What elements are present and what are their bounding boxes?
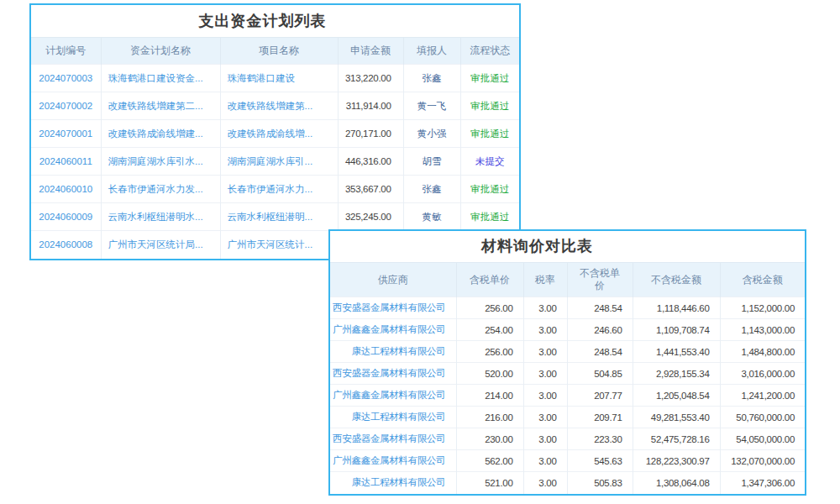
untaxed-price-cell: 246.60 xyxy=(567,319,633,341)
column-header-status: 流程状态 xyxy=(460,38,519,65)
expense-header-row: 计划编号 资金计划名称 项目名称 申请金额 填报人 流程状态 xyxy=(31,38,519,65)
taxed-price-cell: 214.00 xyxy=(456,385,523,407)
status-badge[interactable]: 审批通过 xyxy=(460,92,519,120)
project-name-link[interactable]: 广州市天河区统计... xyxy=(220,231,338,259)
plan-name-link[interactable]: 湖南洞庭湖水库引水... xyxy=(101,148,220,176)
project-name-link[interactable]: 长春市伊通河水力... xyxy=(220,176,338,203)
project-name-link[interactable]: 改建铁路线增建第... xyxy=(220,92,338,120)
untaxed-price-cell: 223.30 xyxy=(567,428,633,450)
taxed-amount-cell: 132,070,000.00 xyxy=(720,450,805,472)
plan-name-link[interactable]: 云南水利枢纽潜明水... xyxy=(101,203,220,231)
untaxed-amount-cell: 2,928,155.34 xyxy=(633,363,720,385)
table-row: 2024060010 长春市伊通河水力发... 长春市伊通河水力... 353,… xyxy=(31,176,519,203)
project-name-link[interactable]: 珠海鹤港口建设 xyxy=(220,65,338,92)
supplier-name-link[interactable]: 西安盛器金属材料有限公司 xyxy=(330,297,456,319)
supplier-name-link[interactable]: 西安盛器金属材料有限公司 xyxy=(330,363,456,385)
supplier-name-link[interactable]: 康达工程材料有限公司 xyxy=(330,341,456,363)
person-cell: 张鑫 xyxy=(403,65,460,92)
table-row: 广州鑫鑫金属材料有限公司 214.00 3.00 207.77 1,205,04… xyxy=(330,385,805,407)
taxed-price-cell: 256.00 xyxy=(456,341,523,363)
plan-name-link[interactable]: 改建铁路线增建第二... xyxy=(101,92,220,120)
taxed-price-cell: 254.00 xyxy=(456,319,523,341)
plan-id-link[interactable]: 2024060011 xyxy=(31,148,101,176)
untaxed-amount-cell: 52,475,728.16 xyxy=(633,428,720,450)
person-cell: 张鑫 xyxy=(403,176,460,203)
untaxed-amount-cell: 1,118,446.60 xyxy=(633,297,720,319)
table-row: 康达工程材料有限公司 521.00 3.00 505.83 1,308,064.… xyxy=(330,472,805,494)
tax-rate-cell: 3.00 xyxy=(523,472,567,494)
expense-table: 计划编号 资金计划名称 项目名称 申请金额 填报人 流程状态 202407000… xyxy=(31,37,519,259)
material-table-title: 材料询价对比表 xyxy=(330,231,805,262)
taxed-price-cell: 562.00 xyxy=(456,450,523,472)
untaxed-price-cell: 207.77 xyxy=(567,385,633,407)
column-header-untaxed-amount: 不含税金额 xyxy=(633,263,720,297)
untaxed-amount-cell: 1,109,708.74 xyxy=(633,319,720,341)
plan-name-link[interactable]: 广州市天河区统计局... xyxy=(101,231,220,259)
table-row: 康达工程材料有限公司 256.00 3.00 248.54 1,441,553.… xyxy=(330,341,805,363)
column-header-plan-name: 资金计划名称 xyxy=(101,38,220,65)
table-row: 2024070002 改建铁路线增建第二... 改建铁路线增建第... 311,… xyxy=(31,92,519,120)
amount-cell: 446,316.00 xyxy=(338,148,403,176)
taxed-amount-cell: 3,016,000.00 xyxy=(720,363,805,385)
column-header-amount: 申请金额 xyxy=(338,38,403,65)
status-badge[interactable]: 审批通过 xyxy=(460,120,519,148)
table-row: 广州鑫鑫金属材料有限公司 254.00 3.00 246.60 1,109,70… xyxy=(330,319,805,341)
amount-cell: 353,667.00 xyxy=(338,176,403,203)
supplier-name-link[interactable]: 广州鑫鑫金属材料有限公司 xyxy=(330,450,456,472)
amount-cell: 311,914.00 xyxy=(338,92,403,120)
status-badge[interactable]: 审批通过 xyxy=(460,203,519,231)
taxed-price-cell: 256.00 xyxy=(456,297,523,319)
tax-rate-cell: 3.00 xyxy=(523,428,567,450)
plan-id-link[interactable]: 2024060009 xyxy=(31,203,101,231)
table-row: 康达工程材料有限公司 216.00 3.00 209.71 49,281,553… xyxy=(330,407,805,428)
table-row: 2024060011 湖南洞庭湖水库引水... 湖南洞庭湖水库引... 446,… xyxy=(31,148,519,176)
taxed-amount-cell: 1,484,800.00 xyxy=(720,341,805,363)
plan-id-link[interactable]: 2024070001 xyxy=(31,120,101,148)
column-header-project-name: 项目名称 xyxy=(220,38,338,65)
project-name-link[interactable]: 湖南洞庭湖水库引... xyxy=(220,148,338,176)
taxed-price-cell: 216.00 xyxy=(456,407,523,428)
untaxed-price-cell: 545.63 xyxy=(567,450,633,472)
untaxed-price-cell: 504.85 xyxy=(567,363,633,385)
untaxed-price-cell: 248.54 xyxy=(567,341,633,363)
tax-rate-cell: 3.00 xyxy=(523,363,567,385)
column-header-tax-rate: 税率 xyxy=(523,263,567,297)
plan-name-link[interactable]: 长春市伊通河水力发... xyxy=(101,176,220,203)
project-name-link[interactable]: 云南水利枢纽潜明... xyxy=(220,203,338,231)
untaxed-price-cell: 209.71 xyxy=(567,407,633,428)
taxed-amount-cell: 1,152,000.00 xyxy=(720,297,805,319)
taxed-amount-cell: 1,347,306.00 xyxy=(720,472,805,494)
tax-rate-cell: 3.00 xyxy=(523,297,567,319)
plan-id-link[interactable]: 2024070003 xyxy=(31,65,101,92)
amount-cell: 313,220.00 xyxy=(338,65,403,92)
taxed-amount-cell: 1,241,200.00 xyxy=(720,385,805,407)
taxed-amount-cell: 54,050,000.00 xyxy=(720,428,805,450)
untaxed-amount-cell: 1,308,064.08 xyxy=(633,472,720,494)
column-header-taxed-amount: 含税金额 xyxy=(720,263,805,297)
column-header-supplier: 供应商 xyxy=(330,263,456,297)
plan-id-link[interactable]: 2024060010 xyxy=(31,176,101,203)
tax-rate-cell: 3.00 xyxy=(523,385,567,407)
supplier-name-link[interactable]: 西安盛器金属材料有限公司 xyxy=(330,428,456,450)
untaxed-amount-cell: 1,205,048.54 xyxy=(633,385,720,407)
plan-id-link[interactable]: 2024070002 xyxy=(31,92,101,120)
material-table: 供应商 含税单价 税率 不含税单价 不含税金额 含税金额 西安盛器金属材料有限公… xyxy=(330,262,805,494)
untaxed-amount-cell: 49,281,553.40 xyxy=(633,407,720,428)
project-name-link[interactable]: 改建铁路成渝线增... xyxy=(220,120,338,148)
expense-plan-table-card: 支出资金计划列表 计划编号 资金计划名称 项目名称 申请金额 填报人 流程状态 … xyxy=(29,3,521,260)
status-badge[interactable]: 未提交 xyxy=(460,148,519,176)
plan-id-link[interactable]: 2024060008 xyxy=(31,231,101,259)
tax-rate-cell: 3.00 xyxy=(523,450,567,472)
supplier-name-link[interactable]: 广州鑫鑫金属材料有限公司 xyxy=(330,385,456,407)
supplier-name-link[interactable]: 康达工程材料有限公司 xyxy=(330,407,456,428)
taxed-amount-cell: 1,143,000.00 xyxy=(720,319,805,341)
table-row: 2024060009 云南水利枢纽潜明水... 云南水利枢纽潜明... 325,… xyxy=(31,203,519,231)
plan-name-link[interactable]: 改建铁路成渝线增建... xyxy=(101,120,220,148)
expense-table-title: 支出资金计划列表 xyxy=(31,5,519,37)
status-badge[interactable]: 审批通过 xyxy=(460,176,519,203)
tax-rate-cell: 3.00 xyxy=(523,407,567,428)
supplier-name-link[interactable]: 广州鑫鑫金属材料有限公司 xyxy=(330,319,456,341)
plan-name-link[interactable]: 珠海鹤港口建设资金... xyxy=(101,65,220,92)
supplier-name-link[interactable]: 康达工程材料有限公司 xyxy=(330,472,456,494)
status-badge[interactable]: 审批通过 xyxy=(460,65,519,92)
